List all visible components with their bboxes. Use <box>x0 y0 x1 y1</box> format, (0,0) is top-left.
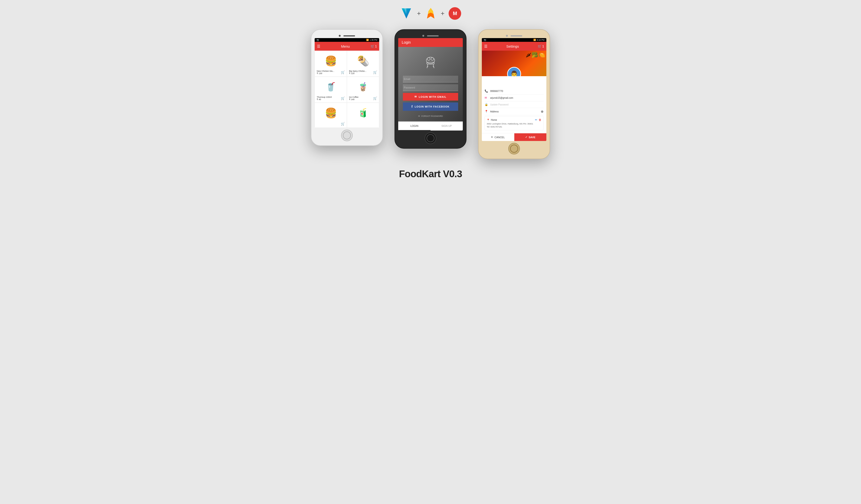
login-form: ✉ LOGIN WITH EMAIL f LOGIN WITH FACEBOOK… <box>398 73 463 121</box>
phone3-status-bar: 📷 📶 9:16 PM <box>482 38 546 42</box>
add-address-btn[interactable]: ⊕ <box>541 110 544 113</box>
menu-item-burger2: 🍔 🛒 <box>315 103 347 128</box>
ice-coffee-add-cart[interactable]: 🛒 <box>373 96 377 100</box>
burger-price: ₹ 130 <box>317 72 334 74</box>
tab-login[interactable]: LOGIN <box>398 122 430 131</box>
menu-item-mango: 🧃 <box>347 103 379 128</box>
burger-image: 🍔 <box>322 53 340 69</box>
thumsup-image: 🥤 <box>322 79 340 95</box>
speaker-bar-3 <box>510 35 522 37</box>
ice-coffee-price: ₹ 140 <box>349 98 358 100</box>
cancel-label: CANCEL <box>494 136 505 139</box>
login-tabs: LOGIN SIGN UP <box>398 121 463 131</box>
email-btn-icon: ✉ <box>414 95 417 98</box>
phone1-menu-icon[interactable]: ☰ <box>317 44 320 49</box>
app-footer-title: FoodKart V0.3 <box>399 168 462 179</box>
phone-2-login: Login <box>395 29 466 149</box>
login-facebook-label: LOGIN WITH FACEBOOK <box>415 105 450 108</box>
phone1-home-button[interactable] <box>341 130 353 141</box>
wrap-name: Big Spicy Chicke... <box>349 70 366 72</box>
address-card-header: 📍 Home ✏ 🗑 <box>487 118 542 121</box>
edit-address-button[interactable]: ✏ <box>535 118 537 121</box>
wrap-price: ₹ 120 <box>349 72 366 74</box>
phone1-time: 1:39 PM <box>369 39 377 41</box>
burger-info: New Chicken Ma... ₹ 130 🛒 <box>317 70 345 74</box>
address-location-icon: 📍 <box>487 119 490 121</box>
phone2-home-button-inner <box>426 134 435 142</box>
login-email-button[interactable]: ✉ LOGIN WITH EMAIL <box>403 93 458 100</box>
speaker-bar-2 <box>427 35 439 37</box>
phone3-cart-count: 1 <box>542 44 544 48</box>
phone3-title: Settings <box>488 44 538 48</box>
phone1-cart[interactable]: 🛒 1 <box>371 44 377 48</box>
burger2-image: 🍔 <box>322 105 340 121</box>
menu-item-wrap: 🌯 Big Spicy Chicke... ₹ 120 🛒 <box>347 51 379 77</box>
cancel-button[interactable]: ✕ CANCEL <box>482 133 514 141</box>
ice-coffee-info: Ice Coffee ₹ 140 🛒 <box>349 96 377 100</box>
wrap-add-cart[interactable]: 🛒 <box>373 70 377 74</box>
plus-icon-2: + <box>441 10 445 17</box>
burger-add-cart[interactable]: 🛒 <box>341 70 345 74</box>
phones-row: 📷 📶 1:39 PM ☰ Menu 🛒 1 🍔 <box>311 29 550 159</box>
phone3-app-bar: ☰ Settings 🛒 1 <box>482 42 546 51</box>
wrap-info: Big Spicy Chicke... ₹ 120 🛒 <box>349 70 377 74</box>
delete-address-button[interactable]: 🗑 <box>539 118 542 121</box>
address-label: Address <box>490 110 539 113</box>
phone1-cart-icon: 🛒 <box>371 44 374 48</box>
phone3-time: 9:16 PM <box>537 39 545 41</box>
burger-name: New Chicken Ma... <box>317 70 334 72</box>
thumsup-info: Thumsup 100ml ₹ 40 🛒 <box>317 96 345 100</box>
settings-password-row: 🔒 Update Password <box>484 101 544 108</box>
phone1-title: Menu <box>320 44 371 48</box>
save-button[interactable]: ✓ SAVE <box>514 133 547 141</box>
material-icon: M <box>449 7 461 20</box>
settings-food-decoration: 🌶🥦🍋 <box>526 52 545 58</box>
ice-coffee-image: 🧋 <box>354 79 372 95</box>
menu-item-thumsup: 🥤 Thumsup 100ml ₹ 40 🛒 <box>315 77 347 103</box>
thumsup-name: Thumsup 100ml <box>317 96 332 98</box>
chef-svg-icon <box>424 55 437 69</box>
phone1-screen: 📷 📶 1:39 PM ☰ Menu 🛒 1 🍔 <box>315 38 379 128</box>
phone3-home-button[interactable] <box>508 143 520 154</box>
svg-point-8 <box>431 58 434 60</box>
phone1-status-icons: 📶 1:39 PM <box>366 39 377 41</box>
password-input[interactable] <box>403 84 458 91</box>
email-value: arjunsk15@gmail.com <box>490 97 544 99</box>
login-facebook-button[interactable]: f LOGIN WITH FACEBOOK <box>403 103 458 111</box>
thumsup-add-cart[interactable]: 🛒 <box>341 96 345 100</box>
facebook-btn-icon: f <box>411 105 413 108</box>
chef-icon-area <box>398 47 463 73</box>
tab-signup[interactable]: SIGN UP <box>430 122 463 131</box>
menu-item-burger: 🍔 New Chicken Ma... ₹ 130 🛒 <box>315 51 347 77</box>
update-password-text[interactable]: Update Password <box>490 103 544 106</box>
phone3-cart-icon: 🛒 <box>538 44 542 48</box>
speaker-bar <box>343 35 355 37</box>
phone3-menu-icon[interactable]: ☰ <box>484 44 488 49</box>
login-content: Login <box>398 38 463 131</box>
phone-3-settings: 📷 📶 9:16 PM ☰ Settings 🛒 1 🌶🥦🍋 <box>478 29 550 159</box>
settings-body: 📞 9996667770 ✉ arjunsk15@gmail.com 🔒 Upd… <box>482 76 546 133</box>
ice-coffee-name: Ice Coffee <box>349 96 358 98</box>
phone3-cart[interactable]: 🛒 1 <box>538 44 544 48</box>
menu-item-ice-coffee: 🧋 Ice Coffee ₹ 140 🛒 <box>347 77 379 103</box>
email-input[interactable] <box>403 76 458 82</box>
phone2-screen: Login <box>398 38 463 131</box>
forgot-password[interactable]: ✉ FORGOT PASSWORD <box>403 113 458 119</box>
login-title: Login <box>402 40 411 44</box>
phone1-cart-count: 1 <box>375 44 377 48</box>
burger2-add-cart[interactable]: 🛒 <box>341 122 345 126</box>
address-type-label: Home <box>491 119 497 121</box>
phone2-top <box>422 33 439 38</box>
phone2-home-button[interactable] <box>425 132 436 144</box>
settings-address-row: 📍 Address ⊕ <box>484 108 544 115</box>
wrap-image: 🌯 <box>354 53 372 69</box>
settings-header: 🌶🥦🍋 👨 Arjun SK <box>482 51 546 76</box>
login-email-label: LOGIN WITH EMAIL <box>419 95 446 98</box>
phone1-top <box>339 33 355 38</box>
lock-icon: 🔒 <box>484 103 488 106</box>
phone3-status-icons: 📶 9:16 PM <box>533 39 545 41</box>
svg-point-7 <box>427 58 430 60</box>
save-check-icon: ✓ <box>525 136 527 139</box>
phone1-camera-indicator: 📷 <box>316 39 319 41</box>
phone1-app-bar: ☰ Menu 🛒 1 <box>315 42 379 51</box>
